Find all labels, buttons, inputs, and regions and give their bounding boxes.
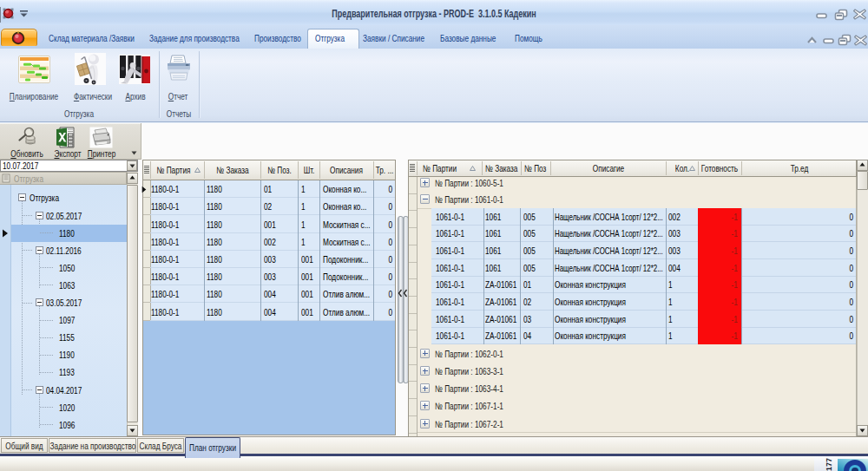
svg-text:177: 177 [825,458,833,471]
